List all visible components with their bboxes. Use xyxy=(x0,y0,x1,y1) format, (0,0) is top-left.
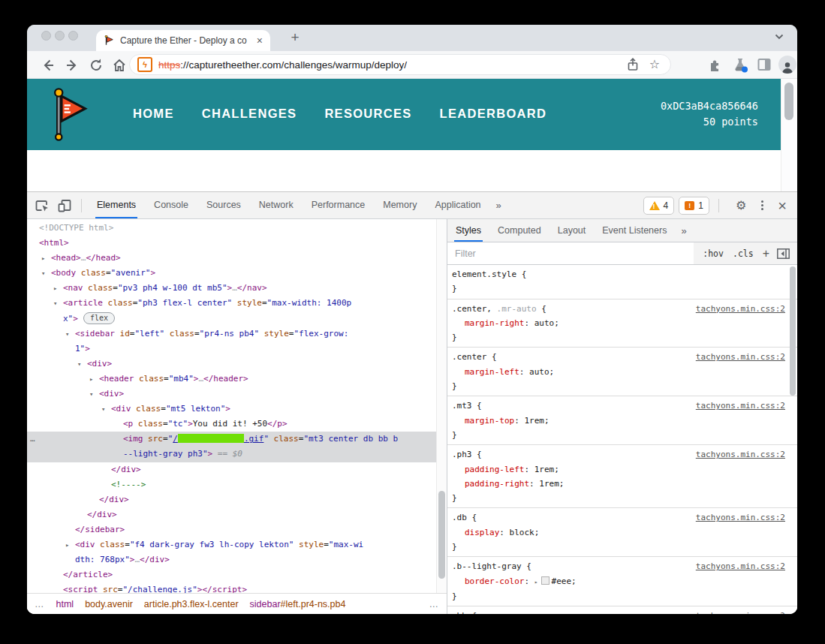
devtools-tab-console[interactable]: Console xyxy=(145,192,197,218)
capture-the-ether-flag-logo[interactable] xyxy=(52,88,88,142)
dom-row[interactable]: </div> xyxy=(27,507,447,522)
issues-badge[interactable]: ! 1 xyxy=(679,197,709,215)
tab-close-icon[interactable]: × xyxy=(257,35,263,46)
tree-collapsed-arrow-icon[interactable]: ▸ xyxy=(41,251,45,266)
dom-row[interactable]: ▾<div> xyxy=(27,387,447,402)
rule-selector[interactable]: tachyons.min.css:2.center, .mr-auto { xyxy=(452,302,797,316)
devtools-tab-performance[interactable]: Performance xyxy=(303,192,375,218)
css-property[interactable]: padding-left: 1rem; xyxy=(452,462,797,477)
dom-row[interactable]: x">flex xyxy=(27,311,447,327)
flask-extension-icon[interactable] xyxy=(732,57,748,73)
nav-link-leaderboard[interactable]: LEADERBOARD xyxy=(440,107,547,121)
dom-row[interactable]: dth: 768px">…</div> xyxy=(27,552,447,567)
url-text[interactable]: https://capturetheether.com/challenges/w… xyxy=(158,59,627,71)
sidepanel-icon[interactable] xyxy=(757,57,772,72)
home-icon[interactable] xyxy=(112,58,127,73)
rule-selector[interactable]: tachyons.min.css:2.center { xyxy=(452,350,797,364)
css-property[interactable]: margin-top: 1rem; xyxy=(452,414,797,428)
css-property[interactable]: display: block; xyxy=(452,525,797,540)
dom-row[interactable]: </sidebar> xyxy=(27,522,447,537)
browser-tab[interactable]: Capture the Ether - Deploy a co × xyxy=(96,30,270,51)
elements-scrollbar-thumb[interactable] xyxy=(438,491,445,579)
sidebar-more-chevron[interactable]: » xyxy=(675,225,692,236)
dom-row[interactable]: <script src="/challenge.js"></script> xyxy=(27,582,447,593)
tree-expanded-arrow-icon[interactable]: ▾ xyxy=(89,387,93,402)
dom-row[interactable]: </article> xyxy=(27,567,447,582)
dom-row[interactable]: 1"> xyxy=(27,342,447,357)
tree-expanded-arrow-icon[interactable]: ▾ xyxy=(77,357,81,372)
stylesheet-source-link[interactable]: tachyons.min.css:2 xyxy=(696,510,785,525)
rule-selector[interactable]: tachyons.min.css:2.db { xyxy=(452,510,797,525)
dom-row[interactable]: <p class="tc">You did it! +50</p> xyxy=(27,417,447,432)
css-property[interactable]: border-color: ▸#eee; xyxy=(452,574,797,589)
breadcrumb-item[interactable]: sidebar#left.pr4-ns.pb4 xyxy=(250,599,346,609)
devtools-tab-application[interactable]: Application xyxy=(426,192,489,218)
nav-link-home[interactable]: HOME xyxy=(133,107,174,121)
lightning-icon[interactable]: ϟ xyxy=(137,57,152,72)
dom-row[interactable]: <html> xyxy=(27,236,447,251)
devtools-tab-elements[interactable]: Elements xyxy=(88,192,145,218)
devtools-settings-gear-icon[interactable]: ⚙ xyxy=(736,198,746,212)
dom-row[interactable]: ▸<div class="f4 dark-gray fw3 lh-copy le… xyxy=(27,537,447,552)
selected-node-ellipsis[interactable]: … xyxy=(30,432,35,447)
dom-row[interactable]: ▾<sidebar id="left" class="pr4-ns pb4" s… xyxy=(27,327,447,342)
reload-icon[interactable] xyxy=(89,58,104,73)
css-property[interactable]: margin-right: auto; xyxy=(452,316,797,330)
profile-avatar[interactable] xyxy=(778,56,796,74)
sidebar-tab-layout[interactable]: Layout xyxy=(549,219,595,242)
rule-selector[interactable]: tachyons.min.css:2.ph3 { xyxy=(452,447,797,462)
nav-link-challenges[interactable]: CHALLENGES xyxy=(202,107,297,121)
tree-collapsed-arrow-icon[interactable]: ▸ xyxy=(89,372,93,387)
style-rule[interactable]: element.style {} xyxy=(447,265,797,299)
dom-row[interactable]: ▸<header class="mb4">…</header> xyxy=(27,372,447,387)
rule-selector[interactable]: tachyons.min.css:2.mt3 { xyxy=(452,399,797,413)
styles-scrollbar[interactable] xyxy=(788,265,797,614)
rule-selector[interactable]: element.style { xyxy=(452,267,797,281)
rule-selector[interactable]: tachyons.min.css:2.b--light-gray { xyxy=(452,559,797,573)
address-bar[interactable]: ϟ https://capturetheether.com/challenges… xyxy=(129,54,671,75)
stylesheet-source-link[interactable]: tachyons.min.css:2 xyxy=(696,350,785,364)
devtools-tab-sources[interactable]: Sources xyxy=(197,192,250,218)
devtools-close-icon[interactable]: × xyxy=(778,198,787,213)
computed-pane-toggle-icon[interactable] xyxy=(777,248,790,259)
dom-row[interactable]: ▸<head>…</head> xyxy=(27,251,447,266)
dom-row[interactable]: <!DOCTYPE html> xyxy=(27,221,447,236)
window-zoom-button[interactable] xyxy=(68,31,78,41)
forward-icon[interactable] xyxy=(65,58,80,73)
elements-scrollbar[interactable] xyxy=(436,219,447,593)
tree-expanded-arrow-icon[interactable]: ▾ xyxy=(53,296,57,311)
extensions-puzzle-icon[interactable] xyxy=(708,57,723,72)
page-scrollbar-thumb[interactable] xyxy=(784,83,793,120)
style-rule[interactable]: tachyons.min.css:2.db {display: block;} xyxy=(447,508,797,557)
sidebar-tab-styles[interactable]: Styles xyxy=(447,219,489,242)
nav-link-resources[interactable]: RESOURCES xyxy=(324,107,411,121)
sidebar-tab-event-listeners[interactable]: Event Listeners xyxy=(594,219,675,242)
style-rule[interactable]: tachyons.min.css:2.bb { xyxy=(447,606,797,614)
window-close-button[interactable] xyxy=(41,31,51,41)
devtools-menu-icon[interactable] xyxy=(758,199,766,212)
expand-shorthand-arrow-icon[interactable]: ▸ xyxy=(534,579,538,585)
sidebar-tab-computed[interactable]: Computed xyxy=(489,219,549,242)
css-property[interactable]: margin-left: auto; xyxy=(452,365,797,379)
color-swatch[interactable] xyxy=(541,576,549,585)
breadcrumb-overflow-left[interactable]: … xyxy=(35,599,45,609)
breadcrumb-item[interactable]: article.ph3.flex-l.center xyxy=(144,599,239,609)
tree-expanded-arrow-icon[interactable]: ▾ xyxy=(65,327,69,342)
tree-collapsed-arrow-icon[interactable]: ▸ xyxy=(65,537,69,552)
dom-row[interactable]: </div> xyxy=(27,492,447,507)
devtools-tab-memory[interactable]: Memory xyxy=(374,192,426,218)
bookmark-star-icon[interactable]: ☆ xyxy=(649,59,660,71)
toggle-hover-state-button[interactable]: :hov xyxy=(703,248,724,259)
style-rule[interactable]: tachyons.min.css:2.b--light-gray {border… xyxy=(447,557,797,606)
dom-row[interactable]: </div> xyxy=(27,462,447,477)
stylesheet-source-link[interactable]: tachyons.min.css:2 xyxy=(696,559,785,573)
share-icon[interactable] xyxy=(627,58,639,71)
stylesheet-source-link[interactable]: tachyons.min.css:2 xyxy=(696,399,785,413)
breadcrumb-overflow-right[interactable]: … xyxy=(429,599,440,609)
dom-row[interactable]: ▾<div class="mt5 lekton"> xyxy=(27,402,447,417)
stylesheet-source-link[interactable]: tachyons.min.css:2 xyxy=(696,447,785,462)
dom-row[interactable]: ▾<body class="avenir"> xyxy=(27,266,447,281)
breadcrumb-item[interactable]: html xyxy=(56,599,74,609)
page-scrollbar[interactable] xyxy=(781,79,797,191)
dom-row[interactable]: --light-gray ph3"> == $0 xyxy=(27,447,447,462)
